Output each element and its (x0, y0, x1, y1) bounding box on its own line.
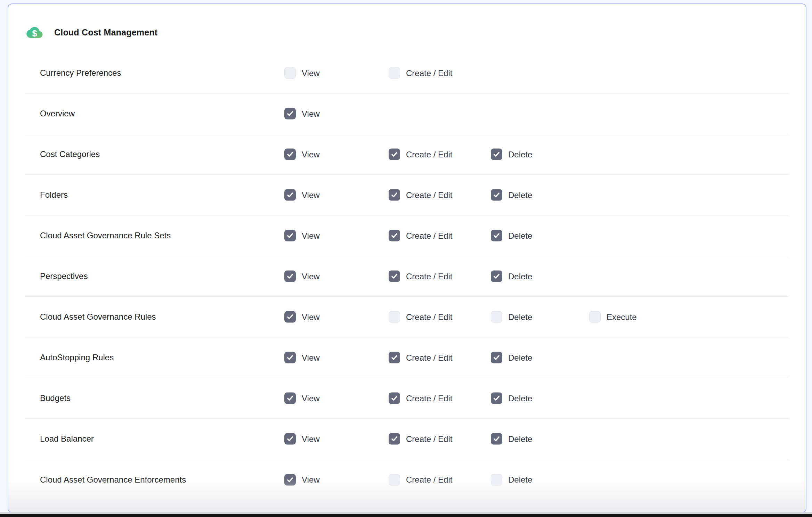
create-edit-checkbox[interactable] (389, 311, 400, 323)
view-checkbox[interactable] (284, 474, 296, 485)
cloud-dollar-icon: $ (26, 24, 43, 41)
checkmark-icon (493, 395, 500, 402)
create-edit-checkbox[interactable] (389, 474, 400, 485)
permission-row: Cost Categories View Create / Edit Delet… (25, 134, 788, 175)
permission-label[interactable]: View (302, 475, 320, 485)
permission-label[interactable]: Delete (508, 353, 532, 362)
view-checkbox[interactable] (284, 433, 296, 445)
checkmark-icon (286, 476, 294, 483)
permission-label[interactable]: Execute (607, 312, 637, 322)
permission-label[interactable]: Delete (508, 475, 532, 485)
permission-row: Currency Preferences View Create / Edit (25, 53, 788, 93)
permission-cell: Delete (491, 433, 532, 445)
permission-label[interactable]: Delete (508, 393, 532, 403)
permission-cell: Create / Edit (389, 230, 452, 241)
permission-label[interactable]: Delete (508, 271, 532, 281)
execute-checkbox[interactable] (589, 311, 601, 323)
permission-cell: Create / Edit (389, 474, 452, 485)
permission-label[interactable]: Delete (508, 190, 532, 200)
checkmark-icon (493, 232, 500, 239)
permission-label[interactable]: View (302, 231, 320, 240)
permission-cell: Delete (491, 474, 532, 485)
delete-checkbox[interactable] (491, 352, 502, 363)
create-edit-checkbox[interactable] (389, 352, 400, 363)
permission-label[interactable]: Create / Edit (406, 312, 452, 322)
view-checkbox[interactable] (284, 393, 296, 404)
permissions-card: $ Cloud Cost Management Currency Prefere… (8, 3, 806, 513)
permission-label[interactable]: View (302, 190, 320, 200)
resource-label: Cloud Asset Governance Rules (40, 312, 156, 322)
permission-cell: Create / Edit (389, 149, 452, 160)
permission-cell: View (284, 271, 320, 282)
view-checkbox[interactable] (284, 108, 296, 120)
checkmark-icon (493, 354, 500, 361)
checkmark-icon (493, 273, 500, 280)
checkmark-icon (391, 191, 398, 199)
delete-checkbox[interactable] (491, 433, 502, 445)
resource-label: Cost Categories (40, 149, 100, 159)
permission-cell: Create / Edit (389, 271, 452, 282)
permission-label[interactable]: View (302, 149, 320, 159)
permission-cell: Create / Edit (389, 189, 452, 201)
permission-label[interactable]: View (302, 434, 320, 444)
view-checkbox[interactable] (284, 311, 296, 323)
permission-label[interactable]: View (302, 68, 320, 78)
checkmark-icon (286, 110, 294, 117)
permission-label[interactable]: Create / Edit (406, 393, 452, 403)
permission-label[interactable]: Create / Edit (406, 231, 452, 240)
delete-checkbox[interactable] (491, 189, 502, 201)
permission-label[interactable]: View (302, 271, 320, 281)
permission-cell: View (284, 433, 320, 445)
view-checkbox[interactable] (284, 67, 296, 79)
permission-cell: View (284, 393, 320, 404)
view-checkbox[interactable] (284, 271, 296, 282)
checkmark-icon (493, 151, 500, 158)
create-edit-checkbox[interactable] (389, 393, 400, 404)
create-edit-checkbox[interactable] (389, 67, 400, 79)
delete-checkbox[interactable] (491, 149, 502, 160)
checkmark-icon (286, 232, 294, 239)
permission-label[interactable]: Delete (508, 434, 532, 444)
permission-row: Folders View Create / Edit Delete (25, 175, 788, 215)
view-checkbox[interactable] (284, 230, 296, 241)
permission-label[interactable]: View (302, 353, 320, 362)
permission-label[interactable]: Delete (508, 312, 532, 322)
permission-cell: View (284, 108, 320, 120)
permission-label[interactable]: Create / Edit (406, 271, 452, 281)
create-edit-checkbox[interactable] (389, 149, 400, 160)
permission-label[interactable]: Create / Edit (406, 68, 452, 78)
permission-label[interactable]: Create / Edit (406, 353, 452, 362)
view-checkbox[interactable] (284, 352, 296, 363)
permission-cell: Delete (491, 189, 532, 201)
permission-cell: Create / Edit (389, 393, 452, 404)
permission-cell: Create / Edit (389, 433, 452, 445)
delete-checkbox[interactable] (491, 311, 502, 323)
view-checkbox[interactable] (284, 189, 296, 201)
permission-cell: Delete (491, 393, 532, 404)
permission-label[interactable]: Create / Edit (406, 149, 452, 159)
permission-cell: View (284, 311, 320, 323)
permission-label[interactable]: Delete (508, 231, 532, 240)
delete-checkbox[interactable] (491, 393, 502, 404)
module-header: $ Cloud Cost Management (8, 4, 806, 53)
permission-label[interactable]: Create / Edit (406, 475, 452, 485)
delete-checkbox[interactable] (491, 271, 502, 282)
create-edit-checkbox[interactable] (389, 271, 400, 282)
permission-label[interactable]: Delete (508, 149, 532, 159)
create-edit-checkbox[interactable] (389, 433, 400, 445)
checkmark-icon (391, 395, 398, 402)
delete-checkbox[interactable] (491, 230, 502, 241)
permission-label[interactable]: View (302, 393, 320, 403)
permission-label[interactable]: Create / Edit (406, 434, 452, 444)
create-edit-checkbox[interactable] (389, 230, 400, 241)
permission-cell: Create / Edit (389, 67, 452, 79)
permission-label[interactable]: View (302, 312, 320, 322)
checkmark-icon (493, 191, 500, 199)
permission-label[interactable]: View (302, 109, 320, 118)
view-checkbox[interactable] (284, 149, 296, 160)
create-edit-checkbox[interactable] (389, 189, 400, 201)
permission-cell: Execute (589, 311, 637, 323)
delete-checkbox[interactable] (491, 474, 502, 485)
svg-text:$: $ (32, 28, 37, 38)
permission-label[interactable]: Create / Edit (406, 190, 452, 200)
